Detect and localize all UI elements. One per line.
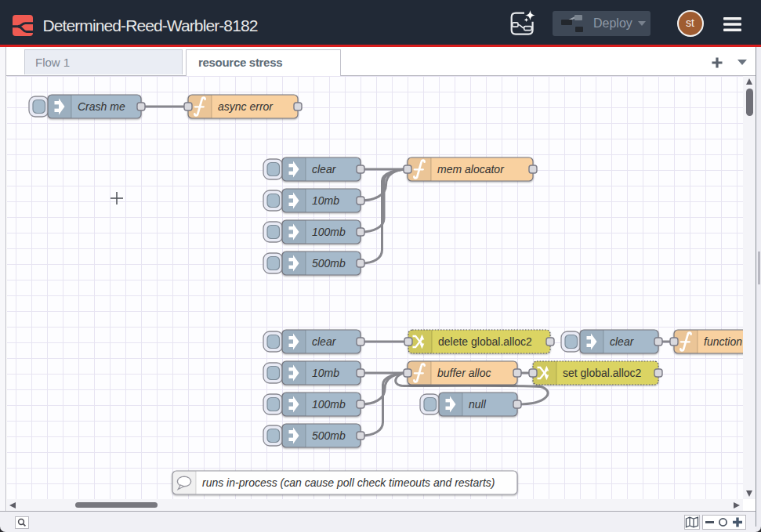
- svg-text:100mb: 100mb: [312, 398, 346, 411]
- svg-text:buffer alloc: buffer alloc: [437, 367, 491, 379]
- svg-text:function: function: [704, 335, 742, 348]
- svg-text:Crash me: Crash me: [78, 100, 125, 113]
- svg-text:runs in-process (can cause pol: runs in-process (can cause poll check ti…: [202, 476, 495, 489]
- svg-text:500mb: 500mb: [312, 257, 346, 270]
- svg-text:delete global.alloc2: delete global.alloc2: [438, 335, 532, 348]
- svg-text:null: null: [469, 398, 487, 411]
- svg-text:mem alocator: mem alocator: [437, 163, 505, 176]
- svg-text:100mb: 100mb: [312, 226, 346, 238]
- svg-text:set global.alloc2: set global.alloc2: [563, 367, 642, 379]
- svg-text:clear: clear: [312, 163, 337, 176]
- svg-text:clear: clear: [610, 335, 635, 348]
- svg-text:clear: clear: [312, 335, 337, 348]
- svg-text:10mb: 10mb: [312, 194, 339, 207]
- svg-text:500mb: 500mb: [312, 429, 346, 442]
- svg-text:async error: async error: [218, 100, 274, 113]
- svg-text:10mb: 10mb: [312, 367, 339, 379]
